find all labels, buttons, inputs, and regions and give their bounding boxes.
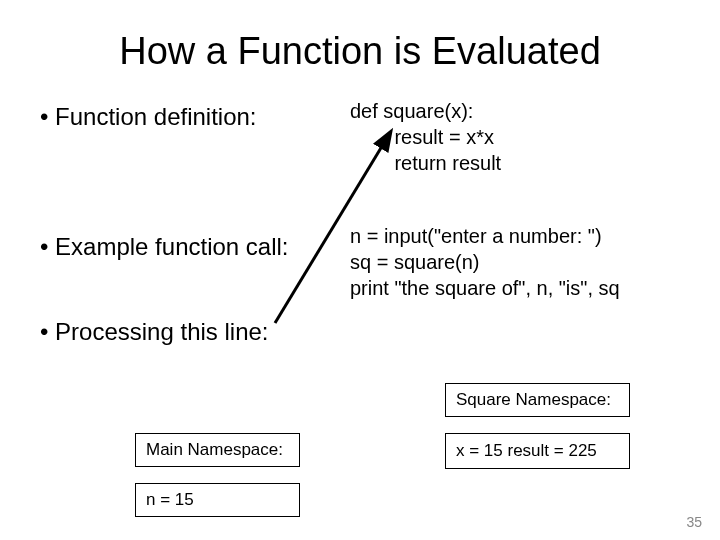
slide-title: How a Function is Evaluated bbox=[40, 30, 680, 73]
bullet-processing: Processing this line: bbox=[40, 318, 269, 346]
page-number: 35 bbox=[686, 514, 702, 530]
code-call: n = input("enter a number: ") sq = squar… bbox=[350, 223, 620, 301]
code-definition: def square(x): result = x*x return resul… bbox=[350, 98, 501, 176]
box-square-namespace: Square Namespace: bbox=[445, 383, 630, 417]
box-main-namespace: Main Namespace: bbox=[135, 433, 300, 467]
bullet-example-call: Example function call: bbox=[40, 233, 289, 261]
box-square-values: x = 15 result = 225 bbox=[445, 433, 630, 469]
slide: How a Function is Evaluated Function def… bbox=[0, 0, 720, 540]
bullet-definition: Function definition: bbox=[40, 103, 257, 131]
box-n-value: n = 15 bbox=[135, 483, 300, 517]
